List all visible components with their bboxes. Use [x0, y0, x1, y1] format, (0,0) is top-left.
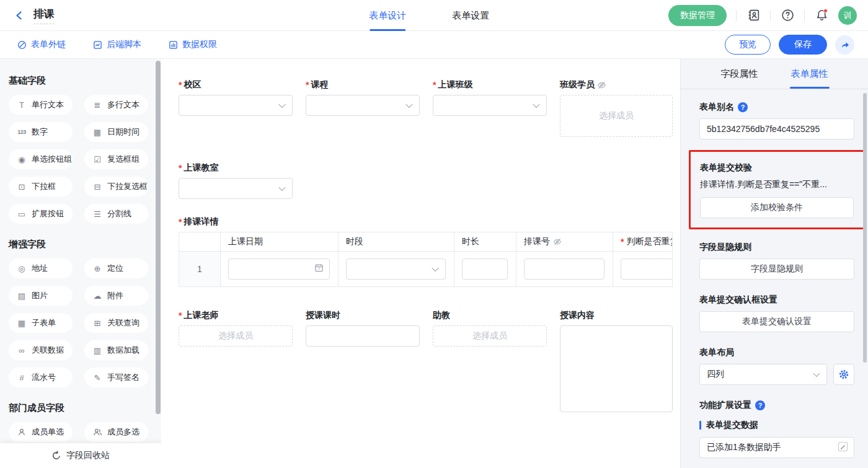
palette-item-number[interactable]: 123数字	[9, 122, 73, 142]
form-canvas[interactable]: *校区 *课程 *上课班级 班级学员 选择成员 *上课教室	[161, 59, 680, 468]
field-teacher[interactable]: *上课老师 选择成员	[179, 309, 293, 347]
notification-bell-icon[interactable]	[814, 8, 829, 23]
teacher-member-picker[interactable]: 选择成员	[179, 325, 293, 347]
palette-item-location[interactable]: ⊕定位	[84, 258, 148, 278]
palette-item-radio-group[interactable]: ◉单选按钮组	[9, 149, 73, 169]
avatar[interactable]: 训	[838, 6, 857, 25]
palette-item-member-single-select[interactable]: 成员单选	[9, 422, 73, 442]
field-content[interactable]: 授课内容	[560, 309, 673, 412]
validation-rule-text[interactable]: 排课详情.判断是否重复=="不重...	[700, 179, 854, 190]
duration-input[interactable]	[462, 258, 508, 280]
date-input[interactable]: 7	[228, 258, 330, 280]
subform-col-timeslot[interactable]: 时段	[339, 232, 454, 251]
field-classroom[interactable]: *上课教室	[179, 162, 293, 199]
layout-select[interactable]: 四列	[699, 364, 827, 385]
students-member-picker[interactable]: 选择成员	[560, 95, 673, 137]
palette-item-handwritten-signature[interactable]: ✎手写签名	[84, 368, 148, 387]
form-alias-input[interactable]: 5b12342756db7fe4c4525295	[699, 118, 854, 139]
field-content-label: 授课内容	[560, 309, 673, 322]
data-permission-button[interactable]: 数据权限	[169, 39, 217, 50]
palette-item-data-load[interactable]: ▥数据加载	[84, 340, 148, 360]
assistant-member-picker[interactable]: 选择成员	[433, 325, 547, 347]
field-hours[interactable]: 授课课时	[306, 309, 420, 347]
subform-col-duration[interactable]: 时长	[454, 232, 516, 251]
palette-item-date-time[interactable]: ▦日期时间	[84, 122, 148, 142]
tab-form-properties[interactable]: 表单属性	[774, 59, 844, 89]
share-button[interactable]	[835, 35, 854, 55]
palette-item-single-line-text[interactable]: T单行文本	[9, 95, 73, 115]
palette-item-checkbox-group[interactable]: ☑复选框组	[84, 149, 148, 169]
data-manage-button[interactable]: 数据管理	[668, 5, 727, 26]
palette-item-image[interactable]: ▤图片	[9, 286, 73, 306]
palette-item-extend-button[interactable]: ▭扩展按钮	[9, 204, 73, 224]
campus-select[interactable]	[179, 95, 293, 116]
required-asterisk: *	[179, 311, 182, 320]
page-title[interactable]: 排课	[33, 7, 55, 24]
submit-confirm-button[interactable]: 表单提交确认设置	[699, 311, 854, 332]
duplicate-check-input[interactable]	[621, 258, 673, 280]
palette-item-attachment[interactable]: ☁附件	[84, 286, 148, 306]
subform-col-duplicate-check[interactable]: *判断是否重复	[613, 232, 673, 251]
help-icon[interactable]	[780, 8, 795, 23]
panel-scrollbar[interactable]	[863, 93, 867, 363]
palette-item-address[interactable]: ◎地址	[9, 258, 73, 278]
palette-item-divider[interactable]: ☰分割线	[84, 204, 148, 224]
subform-duplicate-cell	[613, 252, 673, 286]
palette-item-multi-line-text[interactable]: ≣多行文本	[84, 95, 148, 115]
subform-table[interactable]: 上课日期 时段 时长 排课号 *判断是否重复 1 7	[179, 232, 673, 287]
topbar-right: 数据管理 训	[668, 5, 868, 26]
visibility-rules-button[interactable]: 字段显隐规则	[699, 258, 854, 280]
help-icon[interactable]: ?	[755, 400, 765, 410]
submit-data-subheader: 表单提交数据	[699, 420, 854, 431]
timeslot-select[interactable]	[346, 258, 446, 280]
subform-col-schedule-no[interactable]: 排课号	[516, 232, 613, 251]
classroom-select[interactable]	[179, 178, 293, 199]
course-select[interactable]	[306, 95, 420, 116]
contacts-icon[interactable]	[746, 8, 761, 23]
link-icon	[17, 40, 27, 50]
preview-button[interactable]: 预览	[725, 35, 771, 55]
svg-text:7: 7	[318, 267, 321, 271]
tab-field-properties[interactable]: 字段属性	[704, 59, 774, 89]
edit-icon[interactable]	[838, 441, 848, 454]
palette-item-linked-query[interactable]: ⊞关联查询	[84, 313, 148, 333]
add-validation-button[interactable]: 添加校验条件	[700, 197, 854, 218]
people-icon	[92, 428, 102, 436]
subform-data-row: 1 7	[179, 252, 672, 286]
palette-item-linked-data[interactable]: ∞关联数据	[9, 340, 73, 360]
help-icon[interactable]: ?	[738, 102, 748, 112]
tab-form-design[interactable]: 表单设计	[369, 0, 406, 31]
field-assistant[interactable]: 助教 选择成员	[433, 309, 547, 347]
palette-item-subform[interactable]: ▦子表单	[9, 313, 73, 333]
field-students[interactable]: 班级学员 选择成员	[560, 79, 673, 137]
divider	[736, 10, 737, 21]
required-asterisk: *	[306, 80, 309, 90]
palette-item-serial-number[interactable]: #流水号	[9, 368, 73, 387]
field-campus[interactable]: *校区	[179, 79, 293, 116]
subform-col-date[interactable]: 上课日期	[221, 232, 339, 251]
field-recycle-bin[interactable]: 字段回收站	[0, 443, 161, 468]
palette-item-multi-select-dropdown[interactable]: ⊟下拉复选框	[84, 177, 148, 196]
field-recycle-bin-label: 字段回收站	[66, 450, 110, 461]
layout-settings-button[interactable]	[833, 364, 854, 385]
field-course[interactable]: *课程	[306, 79, 420, 116]
palette-item-dropdown[interactable]: ⊡下拉框	[9, 177, 73, 196]
hours-input[interactable]	[306, 325, 420, 347]
save-button[interactable]: 保存	[779, 35, 827, 55]
back-button[interactable]	[14, 10, 25, 21]
class-select[interactable]	[433, 95, 547, 116]
external-link-button[interactable]: 表单外链	[17, 39, 66, 50]
content-textarea[interactable]	[560, 325, 673, 412]
field-class[interactable]: *上课班级	[433, 79, 547, 116]
tab-form-settings[interactable]: 表单设置	[452, 0, 489, 31]
field-students-label: 班级学员	[560, 79, 673, 91]
palette-item-member-multi-select[interactable]: 成员多选	[84, 422, 148, 442]
active-tab-underline	[370, 29, 405, 31]
sidebar-scrollbar[interactable]	[156, 61, 161, 414]
schedule-no-input[interactable]	[524, 258, 604, 280]
submit-data-box[interactable]: 已添加1条数据助手	[699, 437, 854, 458]
backend-script-button[interactable]: 后端脚本	[93, 39, 141, 50]
basic-fields-grid: T单行文本 ≣多行文本 123数字 ▦日期时间 ◉单选按钮组 ☑复选框组 ⊡下拉…	[0, 95, 161, 224]
form-layout-row: 四列	[699, 364, 854, 385]
submit-confirm-label: 表单提交确认框设置	[699, 294, 854, 306]
